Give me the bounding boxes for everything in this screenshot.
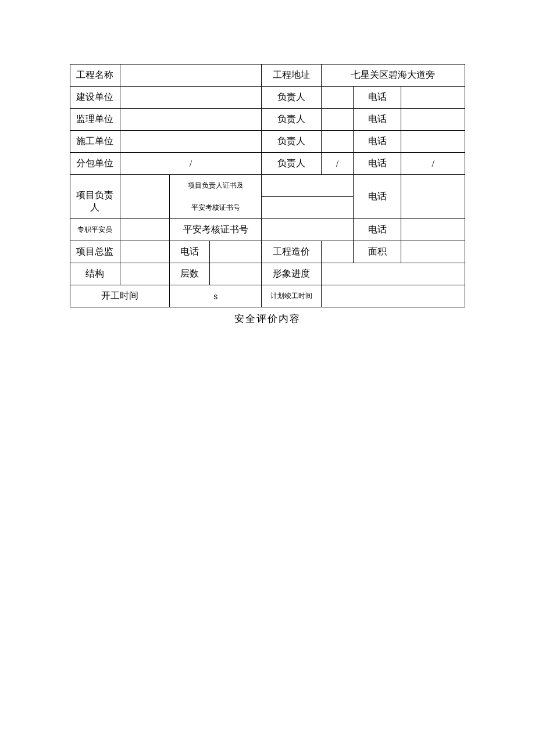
value-responsible-1 [322, 87, 354, 109]
label-area: 面积 [353, 241, 401, 263]
value-area [401, 241, 465, 263]
row-subcontract-unit: 分包单位 / 负责人 / 电话 / [70, 153, 465, 175]
value-responsible-2 [322, 109, 354, 131]
value-subcontract-unit: / [120, 153, 261, 175]
label-phone-1: 电话 [353, 87, 401, 109]
label-supervision-unit: 监理单位 [70, 109, 120, 131]
label-start-time: 开工时间 [70, 285, 170, 307]
value-phone-4: / [401, 153, 465, 175]
label-phone-5: 电话 [353, 175, 401, 219]
value-leader-cert-b [262, 197, 354, 219]
value-phone-6 [401, 219, 465, 241]
value-structure [120, 263, 170, 285]
label-project-address: 工程地址 [262, 65, 322, 87]
label-safety-cert: 平安考核证书号 [170, 219, 262, 241]
value-responsible-3 [322, 131, 354, 153]
label-leader-cert-a: 项目负责人证书及 [170, 175, 262, 197]
label-subcontract-unit: 分包单位 [70, 153, 120, 175]
row-construction-unit: 建设单位 负责人 电话 [70, 87, 465, 109]
label-structure: 结构 [70, 263, 120, 285]
value-supervision-unit [120, 109, 261, 131]
label-builder-unit: 施工单位 [70, 131, 120, 153]
label-leader-cert-b: 平安考核证书号 [170, 197, 262, 219]
value-safety-officer [120, 219, 170, 241]
value-builder-unit [120, 131, 261, 153]
row-project-name: 工程名称 工程地址 七星关区碧海大道旁 [70, 65, 465, 87]
value-leader-cert-a [262, 175, 354, 197]
label-responsible-1: 负责人 [262, 87, 322, 109]
label-responsible-2: 负责人 [262, 109, 322, 131]
caption-safety-evaluation: 安全评价内容 [70, 312, 465, 325]
value-phone-7 [210, 241, 262, 263]
label-safety-officer: 专职平安员 [70, 219, 120, 241]
label-planned-end: 计划竣工时间 [262, 285, 322, 307]
value-floors [210, 263, 262, 285]
label-project-name: 工程名称 [70, 65, 120, 87]
value-responsible-4: / [322, 153, 354, 175]
row-structure: 结构 层数 形象进度 [70, 263, 465, 285]
value-planned-end [322, 285, 465, 307]
value-phone-1 [401, 87, 465, 109]
row-builder-unit: 施工单位 负责人 电话 [70, 131, 465, 153]
label-cost: 工程造价 [262, 241, 322, 263]
row-chief-supervisor: 项目总监 电话 工程造价 面积 [70, 241, 465, 263]
value-chief-supervisor [120, 241, 170, 263]
value-safety-cert [262, 219, 354, 241]
label-phone-3: 电话 [353, 131, 401, 153]
label-phone-2: 电话 [353, 109, 401, 131]
value-cost [322, 241, 354, 263]
value-construction-unit [120, 87, 261, 109]
value-phone-3 [401, 131, 465, 153]
value-start-time: s [170, 285, 262, 307]
label-construction-unit: 建设单位 [70, 87, 120, 109]
project-info-table: 工程名称 工程地址 七星关区碧海大道旁 建设单位 负责人 电话 监理单位 负责人… [70, 64, 465, 307]
label-responsible-3: 负责人 [262, 131, 322, 153]
value-project-leader [120, 175, 170, 219]
value-phone-5 [401, 175, 465, 219]
value-progress [322, 263, 465, 285]
label-phone-7: 电话 [170, 241, 210, 263]
label-floors: 层数 [170, 263, 210, 285]
value-phone-2 [401, 109, 465, 131]
label-chief-supervisor: 项目总监 [70, 241, 120, 263]
label-responsible-4: 负责人 [262, 153, 322, 175]
row-start-time: 开工时间 s 计划竣工时间 [70, 285, 465, 307]
value-project-name [120, 65, 261, 87]
label-progress: 形象进度 [262, 263, 322, 285]
label-phone-6: 电话 [353, 219, 401, 241]
row-supervision-unit: 监理单位 负责人 电话 [70, 109, 465, 131]
label-project-leader: 项目负责人 [70, 175, 120, 219]
label-phone-4: 电话 [353, 153, 401, 175]
value-project-address: 七星关区碧海大道旁 [322, 65, 465, 87]
row-project-leader-a: 项目负责人 项目负责人证书及 电话 [70, 175, 465, 197]
row-safety-officer: 专职平安员 平安考核证书号 电话 [70, 219, 465, 241]
